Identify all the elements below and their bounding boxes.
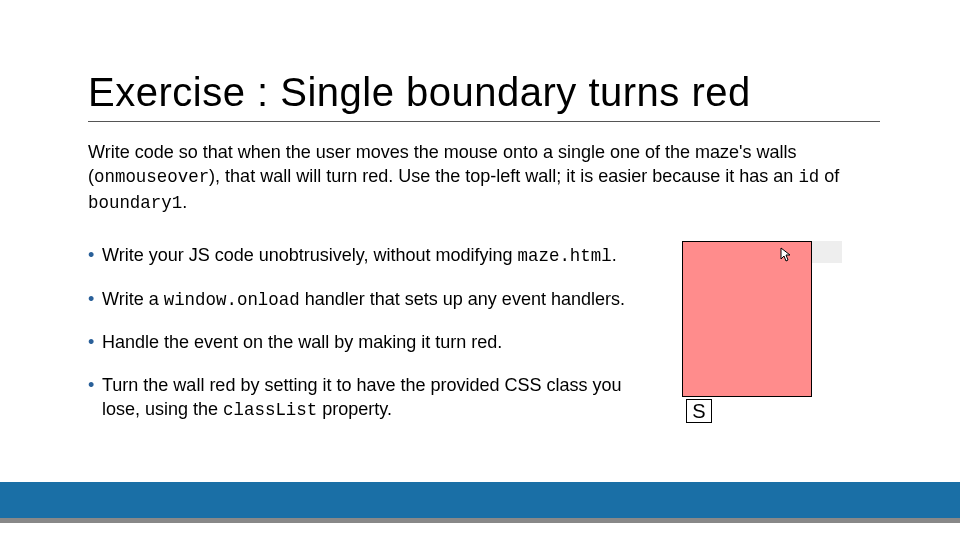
bullet-code: classList bbox=[223, 400, 317, 420]
bullet-code: maze.html bbox=[518, 246, 612, 266]
bullet-item: Write your JS code unobtrusively, withou… bbox=[88, 243, 658, 269]
bullet-text-post: property. bbox=[317, 399, 392, 419]
slide: Exercise : Single boundary turns red Wri… bbox=[0, 0, 960, 540]
bullet-text-post: handler that sets up any event handlers. bbox=[300, 289, 625, 309]
bullet-item: Handle the event on the wall by making i… bbox=[88, 330, 658, 354]
maze-wall-red bbox=[682, 241, 812, 397]
bullet-item: Turn the wall red by setting it to have … bbox=[88, 373, 658, 423]
bullet-text: Handle the event on the wall by making i… bbox=[102, 332, 502, 352]
intro-text-3: of bbox=[819, 166, 839, 186]
intro-code-1: onmouseover bbox=[94, 167, 209, 187]
cursor-icon bbox=[780, 247, 792, 263]
intro-text-2: ), that wall will turn red. Use the top-… bbox=[209, 166, 798, 186]
bullet-code: window.onload bbox=[164, 290, 300, 310]
maze-start-label: S bbox=[686, 399, 712, 423]
bullet-list: Write your JS code unobtrusively, withou… bbox=[88, 243, 658, 440]
intro-paragraph: Write code so that when the user moves t… bbox=[88, 140, 878, 215]
maze-path bbox=[812, 263, 842, 397]
intro-code-2: id bbox=[798, 167, 819, 187]
content-row: Write your JS code unobtrusively, withou… bbox=[88, 243, 880, 440]
bullet-text: Write a bbox=[102, 289, 164, 309]
intro-text-4: . bbox=[182, 192, 187, 212]
footer-accent-bar bbox=[0, 482, 960, 518]
maze-figure: S bbox=[682, 241, 842, 425]
bullet-text-post: . bbox=[612, 245, 617, 265]
bullet-text: Write your JS code unobtrusively, withou… bbox=[102, 245, 518, 265]
slide-title: Exercise : Single boundary turns red bbox=[88, 70, 880, 122]
bullet-item: Write a window.onload handler that sets … bbox=[88, 287, 658, 313]
intro-code-3: boundary1 bbox=[88, 193, 182, 213]
